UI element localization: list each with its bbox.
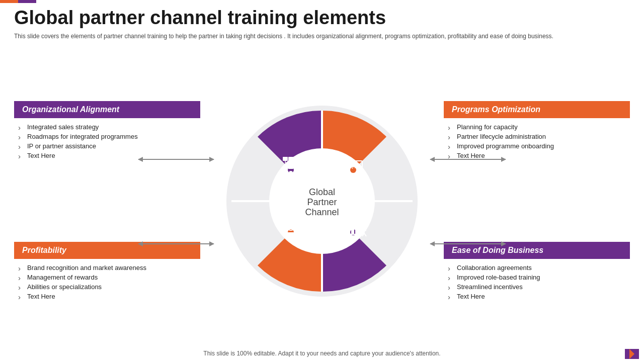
list-item: Planning for capacity — [448, 122, 630, 132]
programs-optimization-label: Programs Optimization — [444, 101, 630, 118]
list-item: Text Here — [18, 292, 200, 301]
footer: This slide is 100% editable. Adapt it to… — [0, 350, 644, 357]
content-area: Organizational Alignment Integrated sale… — [0, 60, 644, 342]
org-alignment-list: Integrated sales strategy Roadmaps for i… — [14, 122, 200, 160]
ease-business-label: Ease of Doing Business — [444, 242, 630, 259]
arrow-left-top — [138, 159, 214, 160]
list-item: Collaboration agreements — [448, 263, 630, 273]
right-side: Programs Optimization Planning for capac… — [444, 60, 630, 342]
list-item: Management of rewards — [18, 273, 200, 282]
list-item: Brand recognition and market awareness — [18, 263, 200, 273]
svg-text:</>: </> — [348, 162, 358, 170]
svg-text:Channel: Channel — [305, 207, 339, 217]
profitability-label: Profitability — [14, 242, 200, 259]
svg-text:$: $ — [289, 222, 292, 228]
list-item: Partner lifecycle administration — [448, 132, 630, 141]
page-subtitle: This slide covers the elements of partne… — [14, 32, 630, 41]
center-diagram: </> $ — [216, 96, 428, 307]
corner-icon — [625, 349, 639, 359]
svg-point-32 — [362, 223, 366, 227]
org-alignment-block: Organizational Alignment Integrated sale… — [14, 101, 200, 160]
arrow-left-bottom — [138, 243, 214, 244]
svg-rect-30 — [351, 227, 354, 234]
top-bar-purple — [18, 0, 36, 3]
svg-point-16 — [283, 171, 287, 175]
list-item: Abilities or specializations — [18, 282, 200, 292]
svg-rect-17 — [283, 175, 287, 178]
list-item: Improved programme onboarding — [448, 141, 630, 151]
left-side: Organizational Alignment Integrated sale… — [14, 60, 200, 342]
svg-rect-19 — [289, 175, 293, 178]
profitability-list: Brand recognition and market awareness M… — [14, 263, 200, 301]
svg-rect-8 — [283, 157, 288, 161]
ease-business-block: Ease of Doing Business Collaboration agr… — [444, 242, 630, 301]
svg-rect-24 — [351, 174, 355, 176]
svg-point-18 — [289, 171, 293, 175]
list-item: Roadmaps for integrated programmes — [18, 132, 200, 141]
list-item: IP or partner assistance — [18, 141, 200, 151]
page-title: Global partner channel training elements — [14, 7, 630, 29]
svg-text:Partner: Partner — [307, 197, 337, 207]
programs-optimization-list: Planning for capacity Partner lifecycle … — [444, 122, 630, 160]
list-item: Text Here — [448, 292, 630, 301]
svg-rect-21 — [294, 175, 298, 178]
arrow-right-top — [430, 159, 506, 160]
svg-rect-25 — [348, 176, 358, 177]
svg-rect-29 — [347, 230, 350, 234]
list-item: Improved role-based training — [448, 273, 630, 282]
svg-rect-9 — [288, 157, 293, 161]
header: Global partner channel training elements… — [14, 7, 630, 40]
profitability-block: Profitability Brand recognition and mark… — [14, 242, 200, 301]
svg-rect-10 — [294, 157, 299, 161]
svg-rect-11 — [288, 165, 293, 169]
svg-rect-31 — [355, 229, 358, 234]
ease-business-list: Collaboration agreements Improved role-b… — [444, 263, 630, 301]
top-bar-orange — [0, 0, 18, 3]
svg-text:Global: Global — [309, 187, 335, 197]
org-alignment-label: Organizational Alignment — [14, 101, 200, 118]
top-bar — [0, 0, 36, 3]
programs-optimization-block: Programs Optimization Planning for capac… — [444, 101, 630, 160]
list-item: Streamlined incentives — [448, 282, 630, 292]
svg-point-20 — [294, 171, 298, 175]
arrow-right-bottom — [430, 243, 506, 244]
list-item: Integrated sales strategy — [18, 122, 200, 132]
